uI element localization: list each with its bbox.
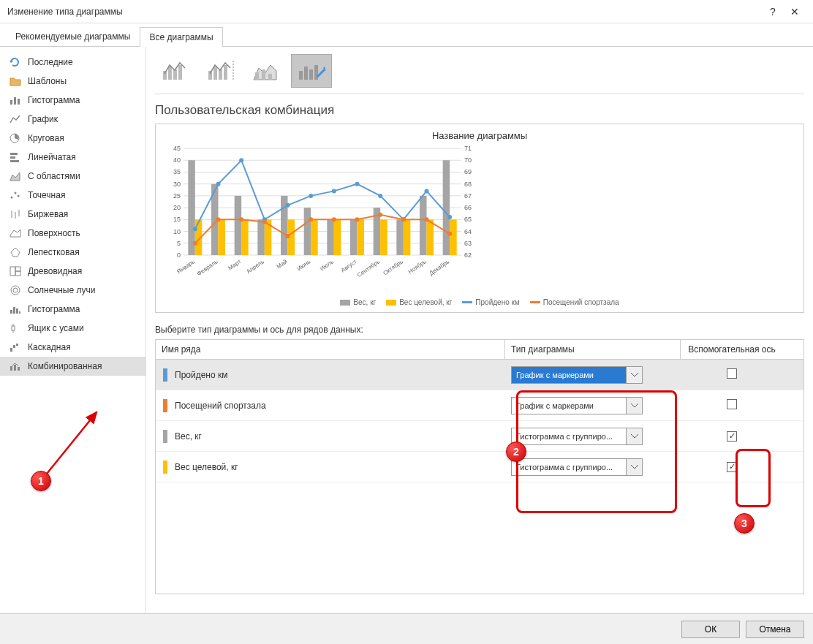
sidebar-item-recent[interactable]: Последние xyxy=(0,53,145,72)
series-color-chip xyxy=(163,461,167,474)
svg-rect-99 xyxy=(404,219,411,255)
svg-rect-30 xyxy=(14,365,16,371)
sidebar-item-line[interactable]: График xyxy=(0,110,145,129)
sunburst-icon xyxy=(9,284,22,296)
series-row[interactable]: Посещений спортзала График с маркерами xyxy=(156,390,803,421)
svg-point-118 xyxy=(286,234,290,238)
ok-button[interactable]: ОК xyxy=(681,621,740,638)
tab-all[interactable]: Все диаграммы xyxy=(140,27,222,47)
treemap-icon xyxy=(9,265,22,277)
dialog-footer: ОК Отмена xyxy=(0,613,813,644)
titlebar: Изменение типа диаграммы ? ✕ xyxy=(0,0,813,23)
sidebar-item-stock[interactable]: Биржевая xyxy=(0,205,145,224)
svg-rect-38 xyxy=(219,69,222,80)
chevron-down-icon xyxy=(626,459,642,475)
scatter-chart-icon xyxy=(9,189,22,201)
svg-point-109 xyxy=(355,182,360,186)
svg-rect-4 xyxy=(10,153,18,155)
chart-type-dropdown[interactable]: График с маркерами xyxy=(511,366,643,384)
svg-rect-34 xyxy=(173,69,177,80)
close-button[interactable]: ✕ xyxy=(784,6,806,18)
sidebar-item-surface[interactable]: Поверхность xyxy=(0,224,145,243)
chart-type-dropdown[interactable]: Гистограмма с группиро... xyxy=(511,458,643,476)
series-row[interactable]: Вес, кг Гистограмма с группиро... ✓ xyxy=(156,421,803,452)
chart-type-dropdown[interactable]: Гистограмма с группиро... xyxy=(511,428,643,445)
series-grid: Имя ряда Тип диаграммы Вспомогательная о… xyxy=(155,339,804,594)
svg-rect-101 xyxy=(450,219,457,255)
sidebar-item-waterfall[interactable]: Каскадная xyxy=(0,338,145,357)
svg-point-124 xyxy=(425,217,429,221)
histogram-icon xyxy=(9,303,22,315)
svg-point-17 xyxy=(11,286,20,295)
cancel-button[interactable]: Отмена xyxy=(746,621,804,638)
sidebar-item-combo[interactable]: Комбинированная xyxy=(0,357,145,376)
secondary-axis-checkbox[interactable] xyxy=(727,399,737,409)
sidebar-item-boxwhisker[interactable]: Ящик с усами xyxy=(0,319,145,338)
col-header-name: Имя ряда xyxy=(156,340,505,359)
svg-text:5: 5 xyxy=(177,240,181,247)
chevron-down-icon xyxy=(626,428,642,444)
svg-point-115 xyxy=(216,217,221,221)
svg-rect-2 xyxy=(18,99,20,105)
svg-rect-19 xyxy=(10,310,12,314)
sidebar-item-column[interactable]: Гистограмма xyxy=(0,91,145,110)
series-row[interactable]: Пройдено км График с маркерами xyxy=(156,360,803,390)
svg-marker-13 xyxy=(11,248,20,257)
subtype-3[interactable] xyxy=(246,54,287,88)
svg-text:Апрель: Апрель xyxy=(246,258,265,275)
svg-rect-43 xyxy=(268,74,272,80)
svg-rect-23 xyxy=(12,326,15,330)
secondary-axis-checkbox[interactable]: ✓ xyxy=(727,462,737,472)
sidebar-item-pie[interactable]: Круговая xyxy=(0,129,145,148)
tab-recommended[interactable]: Рекомендуемые диаграммы xyxy=(6,26,140,46)
sidebar-item-bar[interactable]: Линейчатая xyxy=(0,148,145,167)
svg-rect-83 xyxy=(304,208,311,255)
sidebar-item-area[interactable]: С областями xyxy=(0,167,145,186)
subtype-4-custom[interactable] xyxy=(291,54,332,88)
svg-text:Июль: Июль xyxy=(319,258,335,272)
svg-rect-15 xyxy=(15,267,20,271)
svg-point-123 xyxy=(401,217,406,221)
callout-1: 1 xyxy=(31,471,51,491)
svg-point-108 xyxy=(332,189,336,193)
chart-legend: Вес, кг Вес целевой, кг Пройдено км Посе… xyxy=(162,298,798,306)
subtype-1[interactable] xyxy=(155,54,196,88)
sidebar-item-radar[interactable]: Лепестковая xyxy=(0,243,145,262)
series-color-chip xyxy=(163,368,167,382)
sidebar-item-treemap[interactable]: Древовидная xyxy=(0,262,145,281)
svg-rect-41 xyxy=(255,72,259,80)
secondary-axis-checkbox[interactable]: ✓ xyxy=(727,431,737,442)
sidebar-item-sunburst[interactable]: Солнечные лучи xyxy=(0,281,145,300)
svg-rect-33 xyxy=(168,67,172,80)
series-row[interactable]: Вес целевой, кг Гистограмма с группиро..… xyxy=(156,452,803,482)
series-color-chip xyxy=(163,430,167,443)
svg-rect-100 xyxy=(427,219,434,255)
series-color-chip xyxy=(163,399,167,412)
svg-text:Ноябрь: Ноябрь xyxy=(407,258,428,275)
svg-text:68: 68 xyxy=(464,181,472,188)
sidebar-item-scatter[interactable]: Точечная xyxy=(0,186,145,205)
svg-rect-87 xyxy=(396,219,404,255)
radar-chart-icon xyxy=(9,246,22,258)
svg-rect-5 xyxy=(10,156,15,159)
chart-type-dropdown[interactable]: График с маркерами xyxy=(511,397,643,414)
svg-rect-47 xyxy=(314,65,318,80)
combo-chart-icon xyxy=(9,360,22,372)
svg-point-7 xyxy=(11,197,13,199)
sidebar-item-histogram[interactable]: Гистограмма xyxy=(0,300,145,319)
sidebar-item-templates[interactable]: Шаблоны xyxy=(0,72,145,91)
secondary-axis-checkbox[interactable] xyxy=(727,368,737,379)
svg-text:Февраль: Февраль xyxy=(196,258,219,277)
svg-rect-96 xyxy=(334,219,341,255)
series-name: Вес целевой, кг xyxy=(175,462,238,472)
svg-text:71: 71 xyxy=(464,145,472,152)
tab-bar: Рекомендуемые диаграммы Все диаграммы xyxy=(0,23,813,47)
svg-text:70: 70 xyxy=(464,156,472,164)
help-button[interactable]: ? xyxy=(762,6,784,18)
svg-rect-37 xyxy=(213,67,217,80)
subtype-2[interactable] xyxy=(200,54,241,88)
chevron-down-icon xyxy=(626,398,642,414)
svg-rect-89 xyxy=(443,160,450,255)
subtype-row xyxy=(155,54,804,94)
svg-text:65: 65 xyxy=(464,216,472,223)
